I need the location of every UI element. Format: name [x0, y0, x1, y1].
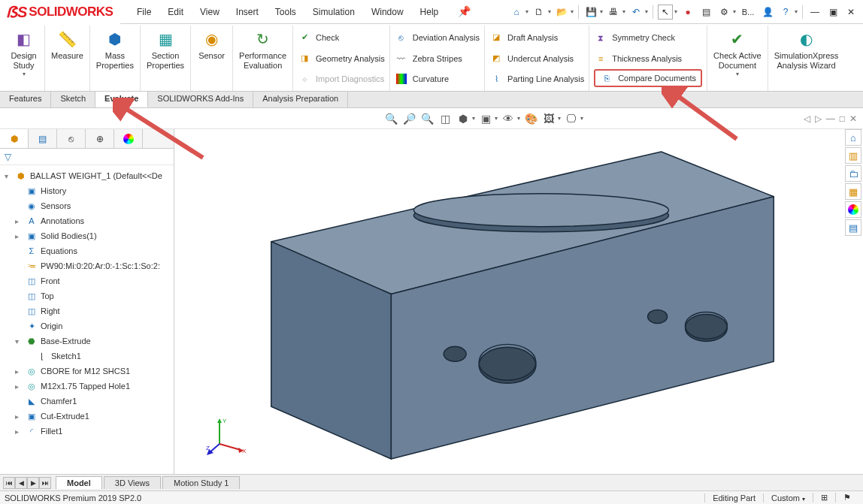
user-icon[interactable]: 👤: [760, 5, 775, 20]
search-input[interactable]: B...: [739, 5, 757, 20]
tree-sensors[interactable]: ◉Sensors: [5, 198, 172, 213]
undercut-analysis-button[interactable]: ◩Undercut Analysis: [489, 50, 584, 68]
view-orientation-icon[interactable]: ⬢: [456, 111, 471, 126]
tab-sketch[interactable]: Sketch: [51, 92, 95, 107]
rebuild-icon[interactable]: ●: [680, 5, 695, 20]
nav-first-icon[interactable]: ⏮: [3, 477, 15, 489]
check-active-document-button[interactable]: ✔ Check Active Document ▾: [707, 26, 768, 91]
tab-evaluate[interactable]: Evaluate: [95, 92, 148, 107]
section-view-icon[interactable]: ◫: [438, 111, 453, 126]
config-mgr-tab[interactable]: ⎋: [57, 129, 86, 148]
symmetry-check-button[interactable]: ⧗Symmetry Check: [594, 29, 702, 47]
measure-button[interactable]: 📏 Measure: [45, 26, 90, 91]
menu-simulation[interactable]: Simulation: [310, 5, 358, 19]
viewport-max-icon[interactable]: □: [840, 113, 845, 124]
help-icon[interactable]: ?: [778, 5, 793, 20]
nav-prev-icon[interactable]: ◀: [15, 477, 27, 489]
menu-edit[interactable]: Edit: [165, 5, 186, 19]
prev-view-icon[interactable]: 🔍: [419, 111, 435, 126]
viewport-close-icon[interactable]: ✕: [849, 113, 857, 124]
fm-tree-tab[interactable]: ⬢: [0, 129, 29, 148]
display-mgr-tab[interactable]: [114, 129, 143, 148]
property-mgr-tab[interactable]: ▤: [29, 129, 57, 148]
tp-file-explorer[interactable]: 🗀: [845, 165, 861, 182]
tp-view-palette[interactable]: ▦: [845, 183, 861, 200]
home-icon[interactable]: ⌂: [509, 5, 524, 20]
tab-analysis-prep[interactable]: Analysis Preparation: [253, 92, 348, 107]
tab-addins[interactable]: SOLIDWORKS Add-Ins: [148, 92, 253, 107]
menu-window[interactable]: Window: [368, 5, 407, 19]
tab-3d-views[interactable]: 3D Views: [104, 476, 161, 489]
tree-cbore[interactable]: ▸◎CBORE for M12 SHCS1: [5, 364, 172, 379]
sensor-button[interactable]: ◉ Sensor: [191, 26, 233, 91]
section-properties-button[interactable]: ▦ Section Properties: [141, 26, 191, 91]
tree-right-plane[interactable]: ◫Right: [5, 303, 172, 318]
print-icon[interactable]: 🖶: [606, 5, 621, 20]
thickness-analysis-button[interactable]: ≡Thickness Analysis: [594, 50, 702, 68]
save-icon[interactable]: 💾: [583, 5, 598, 20]
tree-base-extrude[interactable]: ▾⬣Base-Extrude: [5, 333, 172, 349]
zoom-fit-icon[interactable]: 🔍: [383, 111, 398, 126]
tree-origin[interactable]: ✦Origin: [5, 318, 172, 333]
tree-equations[interactable]: ΣEquations: [5, 243, 172, 258]
options-icon[interactable]: ⚙: [716, 5, 731, 20]
tab-motion-study[interactable]: Motion Study 1: [162, 476, 240, 489]
deviation-analysis-button[interactable]: ⎋Deviation Analysis: [395, 29, 480, 47]
tree-chamfer[interactable]: ◣Chamfer1: [5, 394, 172, 409]
tree-tapped[interactable]: ▸◎M12x1.75 Tapped Hole1: [5, 379, 172, 394]
simulationxpress-button[interactable]: ◐ SimulationXpress Analysis Wizard: [768, 26, 845, 91]
tree-annotations[interactable]: ▸AAnnotations: [5, 213, 172, 228]
viewport-forward-icon[interactable]: ▷: [815, 113, 822, 124]
nav-next-icon[interactable]: ▶: [27, 477, 39, 489]
status-units-icon[interactable]: ⊞: [813, 493, 835, 502]
nav-last-icon[interactable]: ⏭: [39, 477, 51, 489]
tree-solid-bodies[interactable]: ▸▣Solid Bodies(1): [5, 228, 172, 243]
tp-design-library[interactable]: ▥: [845, 147, 861, 164]
dimxpert-tab[interactable]: ⊕: [86, 129, 114, 148]
display-style-icon[interactable]: ▣: [478, 111, 493, 126]
tree-root[interactable]: ▾⬢BALLAST WEIGHT_1 (Default<<De: [5, 168, 172, 183]
tree-fillet[interactable]: ▸◜Fillet1: [5, 424, 172, 439]
design-study-button[interactable]: ◧ Design Study ▾: [3, 26, 45, 91]
pin-icon[interactable]: 📌: [458, 5, 471, 19]
graphics-viewport[interactable]: Y X Z: [174, 129, 863, 474]
status-flag-icon[interactable]: ⚑: [835, 493, 858, 502]
tab-model[interactable]: Model: [56, 476, 102, 489]
viewport-back-icon[interactable]: ◁: [804, 113, 810, 124]
draft-analysis-button[interactable]: ◪Draft Analysis: [489, 29, 584, 47]
check-button[interactable]: ✔Check: [298, 29, 385, 47]
minimize-icon[interactable]: —: [807, 5, 822, 20]
close-icon[interactable]: ✕: [843, 5, 858, 20]
parting-line-analysis-button[interactable]: ⌇Parting Line Analysis: [489, 70, 584, 88]
settings-icon[interactable]: ▤: [698, 5, 713, 20]
undo-icon[interactable]: ↶: [628, 5, 643, 20]
tp-appearances[interactable]: [845, 201, 861, 218]
tree-history[interactable]: ▣History: [5, 183, 172, 198]
feature-filter[interactable]: ▽: [0, 149, 174, 165]
viewport-min-icon[interactable]: —: [826, 113, 835, 124]
mass-properties-button[interactable]: ⬢ Mass Properties: [90, 26, 141, 91]
tab-features[interactable]: Features: [0, 92, 51, 107]
apply-scene-icon[interactable]: 🖼: [541, 111, 556, 126]
zebra-stripes-button[interactable]: 〰Zebra Stripes: [395, 50, 480, 68]
tree-cut-extrude[interactable]: ▸▣Cut-Extrude1: [5, 409, 172, 424]
zoom-area-icon[interactable]: 🔎: [401, 111, 416, 126]
compare-documents-button[interactable]: ⎘Compare Documents: [594, 69, 702, 87]
view-settings-icon[interactable]: 🖵: [564, 111, 579, 126]
status-custom[interactable]: Custom ▾: [763, 493, 813, 502]
performance-evaluation-button[interactable]: ↻ Performance Evaluation: [233, 26, 293, 91]
open-icon[interactable]: 📂: [554, 5, 569, 20]
select-icon[interactable]: ↖: [658, 5, 673, 20]
new-icon[interactable]: 🗋: [531, 5, 547, 20]
menu-view[interactable]: View: [197, 5, 223, 19]
tp-custom-props[interactable]: ▤: [845, 219, 861, 236]
menu-insert[interactable]: Insert: [233, 5, 262, 19]
tp-resources[interactable]: ⌂: [845, 129, 861, 146]
menu-tools[interactable]: Tools: [272, 5, 299, 19]
tree-front-plane[interactable]: ◫Front: [5, 273, 172, 288]
curvature-button[interactable]: Curvature: [395, 70, 480, 88]
edit-appearance-icon[interactable]: 🎨: [523, 111, 538, 126]
menu-help[interactable]: Help: [417, 5, 442, 19]
menu-file[interactable]: File: [134, 5, 154, 19]
restore-icon[interactable]: ▣: [825, 5, 840, 20]
